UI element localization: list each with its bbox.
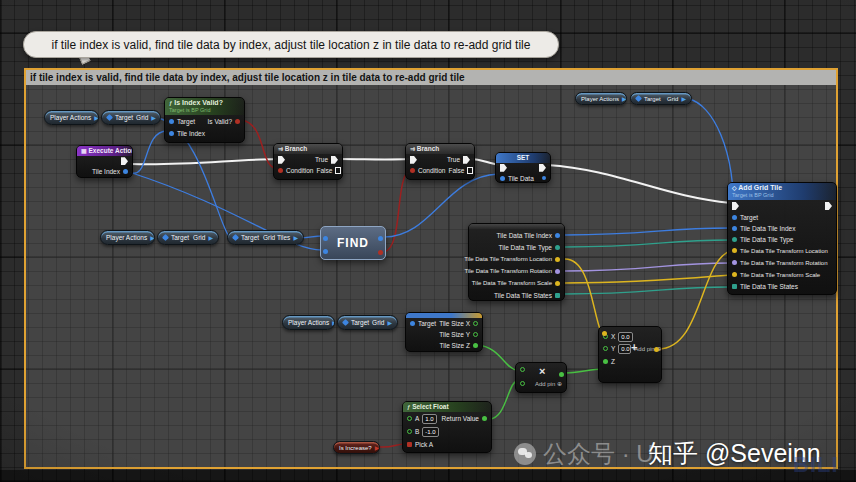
vector-out-pin[interactable] bbox=[654, 347, 659, 352]
exec-in-pin[interactable] bbox=[500, 164, 507, 172]
transform-rotation-out-pin[interactable] bbox=[555, 269, 560, 274]
vector-wire[interactable] bbox=[565, 275, 730, 283]
y-value-input[interactable]: 0.0 bbox=[618, 344, 631, 354]
add-pin-button[interactable]: Add pin ⊕ bbox=[535, 380, 562, 387]
output-pin-icon[interactable]: ▶ bbox=[387, 320, 392, 326]
node-execute-action[interactable]: ▦ Execute Action Tile Index bbox=[76, 145, 133, 178]
exec-wire[interactable] bbox=[131, 159, 277, 164]
y-pin[interactable] bbox=[603, 346, 608, 351]
node-branch-2[interactable]: ⇉ Branch True Condition False bbox=[405, 143, 475, 180]
tile-type-out-pin[interactable] bbox=[555, 245, 560, 250]
node-add-grid-tile[interactable]: ◇ Add Grid Tile Target is BP Grid Target… bbox=[727, 182, 837, 295]
pill-player-actions[interactable]: Player Actions ▶ bbox=[100, 230, 155, 245]
false-pin[interactable] bbox=[335, 167, 341, 174]
transform-scale-out-pin[interactable] bbox=[555, 281, 560, 286]
node-branch-1[interactable]: ⇉ Branch True Condition False bbox=[273, 143, 343, 180]
data-wire[interactable] bbox=[129, 131, 167, 173]
target-pin-icon[interactable] bbox=[162, 234, 169, 241]
input-a-pin[interactable] bbox=[520, 367, 525, 372]
b-pin[interactable] bbox=[407, 429, 412, 434]
transform-location-out-pin[interactable] bbox=[555, 257, 560, 262]
condition-pin[interactable] bbox=[278, 168, 283, 173]
pill-target-grid-tiles[interactable]: Target Grid Tiles ▶ bbox=[227, 230, 304, 245]
transform-location-pin[interactable] bbox=[732, 248, 737, 253]
output-pin-icon[interactable]: ▶ bbox=[94, 115, 99, 121]
pill-target-grid[interactable]: Target Grid ▶ bbox=[101, 110, 161, 125]
exec-in-pin[interactable] bbox=[278, 156, 285, 164]
float-wire[interactable] bbox=[563, 369, 602, 373]
node-multiply[interactable]: × Add pin ⊕ bbox=[515, 362, 567, 393]
exec-out-pin[interactable] bbox=[121, 157, 128, 165]
target-pin-icon[interactable] bbox=[106, 114, 113, 121]
node-find[interactable]: FIND bbox=[320, 226, 386, 260]
bool-wire[interactable] bbox=[384, 169, 411, 252]
input-b-pin[interactable] bbox=[520, 381, 525, 386]
condition-pin[interactable] bbox=[410, 168, 415, 173]
data-wire[interactable] bbox=[565, 240, 730, 247]
exec-in-pin[interactable] bbox=[732, 202, 739, 210]
pill-target-grid[interactable]: Target Grid ▶ bbox=[337, 315, 398, 330]
target-array-pin[interactable] bbox=[323, 236, 328, 241]
tile-index-out-pin[interactable] bbox=[123, 169, 128, 174]
node-tile-size[interactable]: Target Tile Size X Tile Size Y Tile Size… bbox=[405, 312, 483, 352]
tile-states-out-pin[interactable] bbox=[555, 293, 560, 298]
data-wire[interactable] bbox=[565, 228, 730, 235]
pill-player-actions[interactable]: Player Actions ▶ bbox=[575, 92, 627, 105]
index-out-pin[interactable] bbox=[378, 236, 383, 241]
pick-a-pin[interactable] bbox=[407, 442, 412, 447]
exec-out-pin[interactable] bbox=[539, 164, 546, 172]
node-set-tile-data[interactable]: SET Tile Data bbox=[495, 152, 551, 183]
exec-in-pin[interactable] bbox=[410, 156, 417, 164]
node-select-float[interactable]: ƒ Select Float A 1.0 Return Value B -1.0… bbox=[402, 401, 492, 453]
output-pin-icon[interactable]: ▶ bbox=[375, 445, 380, 451]
tile-size-y-pin[interactable] bbox=[473, 332, 478, 337]
output-pin-icon[interactable]: ▶ bbox=[150, 235, 155, 241]
vector-in-pin[interactable] bbox=[602, 331, 607, 336]
tile-index-pin[interactable] bbox=[169, 131, 174, 136]
true-pin[interactable] bbox=[331, 156, 338, 164]
result-pin[interactable] bbox=[559, 372, 564, 377]
tile-index-pin[interactable] bbox=[732, 226, 737, 231]
true-pin[interactable] bbox=[463, 156, 470, 164]
is-valid-pin[interactable] bbox=[235, 119, 240, 124]
transform-rotation-pin[interactable] bbox=[732, 260, 737, 265]
exec-out-pin[interactable] bbox=[825, 202, 832, 210]
found-out-pin[interactable] bbox=[378, 250, 383, 255]
output-pin-icon[interactable]: ▶ bbox=[293, 235, 298, 241]
target-pin-icon[interactable] bbox=[232, 234, 239, 241]
a-value-input[interactable]: 1.0 bbox=[422, 414, 436, 424]
tile-size-z-pin[interactable] bbox=[473, 343, 478, 348]
b-value-input[interactable]: -1.0 bbox=[422, 427, 438, 437]
node-add-vector[interactable]: + X 0.0 Y 0.0 Add pin ⊕ Z bbox=[598, 326, 662, 383]
output-pin-icon[interactable]: ▶ bbox=[208, 235, 213, 241]
target-pin-icon[interactable] bbox=[342, 319, 349, 326]
pill-player-actions[interactable]: Player Actions ▶ bbox=[44, 110, 99, 125]
tile-index-out-pin[interactable] bbox=[555, 233, 560, 238]
pill-target-grid[interactable]: Target Grid ▶ bbox=[630, 92, 692, 105]
return-value-pin[interactable] bbox=[482, 416, 487, 421]
target-pin-icon[interactable] bbox=[635, 95, 642, 102]
node-is-index-valid[interactable]: ƒ Is Index Valid? Target is BP Grid Targ… bbox=[164, 97, 245, 143]
x-value-input[interactable]: 0.0 bbox=[618, 332, 632, 342]
data-wire[interactable] bbox=[565, 263, 730, 271]
target-pin[interactable] bbox=[169, 119, 174, 124]
a-pin[interactable] bbox=[407, 416, 412, 421]
pill-is-increase[interactable]: Is Increase? ▶ bbox=[333, 441, 380, 454]
target-pin[interactable] bbox=[410, 321, 415, 326]
node-break-tile-data[interactable]: Tile Data Tile Index Tile Data Tile Type… bbox=[468, 223, 565, 301]
pill-player-actions[interactable]: Player Actions ▶ bbox=[282, 315, 335, 330]
blueprint-canvas[interactable]: if tile index is valid, find tile data b… bbox=[0, 0, 856, 482]
pill-target-grid[interactable]: Target Grid ▶ bbox=[157, 230, 219, 245]
output-pin-icon[interactable]: ▶ bbox=[332, 320, 335, 326]
tile-type-pin[interactable] bbox=[732, 237, 737, 242]
false-pin[interactable] bbox=[467, 167, 473, 174]
exec-wire[interactable] bbox=[547, 165, 731, 203]
z-pin[interactable] bbox=[603, 359, 608, 364]
tile-states-pin[interactable] bbox=[732, 284, 737, 289]
output-pin-icon[interactable]: ▶ bbox=[681, 96, 686, 102]
float-wire[interactable] bbox=[489, 381, 517, 419]
output-pin-icon[interactable]: ▶ bbox=[622, 96, 627, 102]
float-wire[interactable] bbox=[478, 345, 517, 370]
tile-size-x-pin[interactable] bbox=[473, 321, 478, 326]
tile-data-out-pin[interactable] bbox=[542, 176, 546, 180]
